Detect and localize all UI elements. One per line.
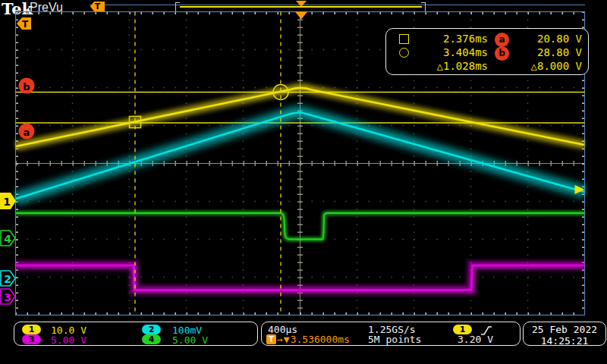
time-label: 14:25:21 [524, 335, 605, 347]
ch4-badge[interactable]: 4 [142, 334, 161, 344]
ch3-badge[interactable]: 3 [22, 334, 41, 344]
cursor-b-graticule-label: b [23, 81, 30, 93]
trigger-delay-readout[interactable]: T→▼3.536000ms [266, 334, 350, 345]
trigger-position-marker[interactable] [295, 12, 307, 20]
trigger-indicator-left-label: T [22, 19, 29, 30]
ch4-scale[interactable]: 5.00 V [172, 334, 208, 346]
oscilloscope-screen: Tba1423 Tek PreVu T 2.376ms a 20.80 V 3.… [0, 0, 607, 364]
ch3-ground-label: 3 [4, 291, 11, 303]
record-length-readout: 5M points [368, 334, 421, 345]
horizontal-trigger-panel: 400µs 1.25GS/s 1 T→▼3.536000ms 5M points… [261, 322, 521, 346]
cursor-b-voltage: 28.80 V [517, 46, 582, 58]
cursor-a-voltage: 20.80 V [517, 33, 582, 45]
cursor-readout-panel: 2.376ms a 20.80 V 3.404ms b 28.80 V △1.0… [385, 28, 589, 75]
cursor-a-graticule-label: a [24, 127, 30, 138]
ch3-scale[interactable]: 5.00 V [51, 334, 86, 346]
ch2-badge[interactable]: 2 [142, 325, 161, 334]
trigger-slope-icon [480, 325, 492, 337]
square-cursor-icon [399, 34, 409, 44]
channel-scales-panel: 1 10.0 V 2 100mV 3 5.00 V 4 5.00 V [14, 322, 258, 346]
cursor-a-time: 2.376ms [417, 33, 488, 45]
circle-cursor-icon [399, 48, 409, 58]
ch1-ground-label: 1 [3, 196, 11, 208]
ch1-badge[interactable]: 1 [22, 325, 41, 334]
cursor-delta-time: △1.028ms [417, 60, 488, 72]
cursor-delta-voltage: △8.000 V [517, 60, 582, 72]
datetime-panel: 25 Feb 2022 14:25:21 [523, 322, 606, 346]
trigger-delay-value: 3.536000ms [291, 334, 350, 345]
cursor-b-badge: b [495, 46, 509, 61]
ch2-ground-label: 2 [4, 273, 11, 285]
trigger-arrow-icon: → [277, 334, 283, 345]
trigger-t-icon: T [266, 334, 276, 344]
ch4-ground-label: 4 [4, 233, 11, 245]
date-label: 25 Feb 2022 [524, 324, 605, 335]
cursor-a-badge: a [495, 33, 509, 47]
cursor-b-time: 3.404ms [417, 46, 488, 58]
trigger-marker-icon: ▼ [284, 334, 290, 345]
